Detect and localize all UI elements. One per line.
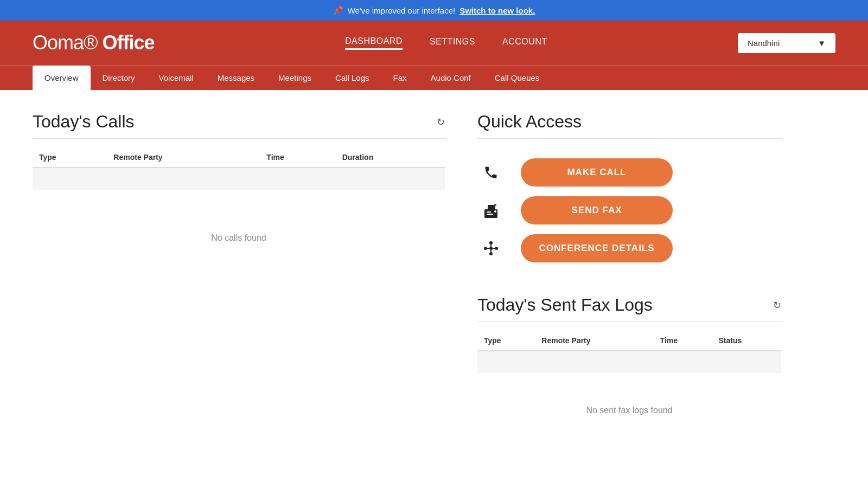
tab-overview[interactable]: Overview (33, 66, 91, 90)
sub-nav: Overview Directory Voicemail Messages Me… (0, 65, 868, 90)
announcement-bar: 📌 We've improved our interface! Switch t… (0, 0, 868, 21)
calls-panel: Today's Calls ↻ Type Remote Party Time D… (33, 112, 445, 448)
quick-access-items: MAKE CALL SEND FAX (477, 147, 781, 273)
calls-no-data: No calls found (33, 190, 445, 286)
user-name: Nandhini (748, 38, 780, 48)
col-duration: Duration (336, 147, 445, 168)
user-dropdown[interactable]: Nandhini ▼ (738, 33, 835, 53)
make-call-button[interactable]: MAKE CALL (521, 158, 673, 187)
calls-section-header: Today's Calls ↻ (33, 112, 445, 139)
fax-logs-table: Type Remote Party Time Status (477, 331, 781, 373)
fax-logs-title: Today's Sent Fax Logs (477, 295, 653, 315)
col-remote-party: Remote Party (107, 147, 260, 168)
main-content: Today's Calls ↻ Type Remote Party Time D… (0, 90, 868, 470)
fax-logs-header: Today's Sent Fax Logs ↻ (477, 295, 781, 322)
refresh-fax-icon[interactable]: ↻ (773, 299, 781, 311)
nav-account[interactable]: ACCOUNT (502, 37, 547, 49)
fax-logs-section: Today's Sent Fax Logs ↻ Type Remote Part… (477, 295, 781, 448)
conference-details-button[interactable]: CONFERENCE DETAILS (521, 234, 673, 262)
svg-point-6 (489, 247, 493, 250)
svg-rect-4 (494, 204, 496, 206)
calls-empty-row (33, 168, 445, 190)
fax-col-status: Status (712, 331, 781, 351)
quick-access-title: Quick Access (477, 112, 781, 139)
phone-icon (477, 165, 505, 180)
tab-messages[interactable]: Messages (206, 66, 266, 90)
svg-point-7 (484, 247, 487, 250)
fax-col-type: Type (477, 331, 535, 351)
fax-logs-no-data: No sent fax logs found (477, 373, 781, 448)
svg-point-9 (489, 241, 493, 245)
svg-point-8 (495, 247, 498, 250)
make-call-item: MAKE CALL (477, 158, 781, 187)
send-fax-item: SEND FAX (477, 196, 781, 224)
tab-audio-conf[interactable]: Audio Conf (419, 66, 483, 90)
tab-voicemail[interactable]: Voicemail (147, 66, 206, 90)
send-fax-button[interactable]: SEND FAX (521, 196, 673, 224)
fax-col-remote-party: Remote Party (535, 331, 653, 351)
header: Ooma® Office DASHBOARD SETTINGS ACCOUNT … (0, 21, 868, 65)
calls-table-header-row: Type Remote Party Time Duration (33, 147, 445, 168)
fax-icon (477, 202, 505, 219)
announcement-link[interactable]: Switch to new look. (459, 6, 535, 15)
right-panel: Quick Access MAKE CALL (477, 112, 781, 448)
nav-dashboard[interactable]: DASHBOARD (345, 36, 403, 50)
svg-point-10 (489, 252, 493, 255)
svg-rect-3 (488, 205, 495, 209)
fax-logs-header-row: Type Remote Party Time Status (477, 331, 781, 351)
fax-col-time: Time (654, 331, 712, 351)
main-nav: DASHBOARD SETTINGS ACCOUNT (345, 36, 547, 50)
col-time: Time (260, 147, 335, 168)
fax-logs-empty-row (477, 351, 781, 373)
logo: Ooma® Office (33, 31, 155, 54)
quick-access-section: Quick Access MAKE CALL (477, 112, 781, 273)
tab-meetings[interactable]: Meetings (266, 66, 323, 90)
conference-item: CONFERENCE DETAILS (477, 234, 781, 262)
svg-rect-2 (487, 214, 493, 215)
tab-fax[interactable]: Fax (381, 66, 419, 90)
logo-text: Ooma® Office (33, 31, 155, 54)
chevron-down-icon: ▼ (818, 38, 826, 48)
calls-table: Type Remote Party Time Duration (33, 147, 445, 190)
refresh-calls-icon[interactable]: ↻ (437, 116, 445, 128)
tab-call-logs[interactable]: Call Logs (323, 66, 381, 90)
announcement-icon: 📌 (333, 5, 343, 15)
col-type: Type (33, 147, 107, 168)
tab-call-queues[interactable]: Call Queues (483, 66, 552, 90)
nav-settings[interactable]: SETTINGS (430, 37, 475, 49)
calls-title: Today's Calls (33, 112, 135, 132)
svg-point-5 (494, 210, 496, 213)
conference-icon (477, 240, 505, 257)
svg-rect-1 (487, 211, 491, 213)
announcement-message: We've improved our interface! (348, 6, 456, 15)
tab-directory[interactable]: Directory (91, 66, 147, 90)
